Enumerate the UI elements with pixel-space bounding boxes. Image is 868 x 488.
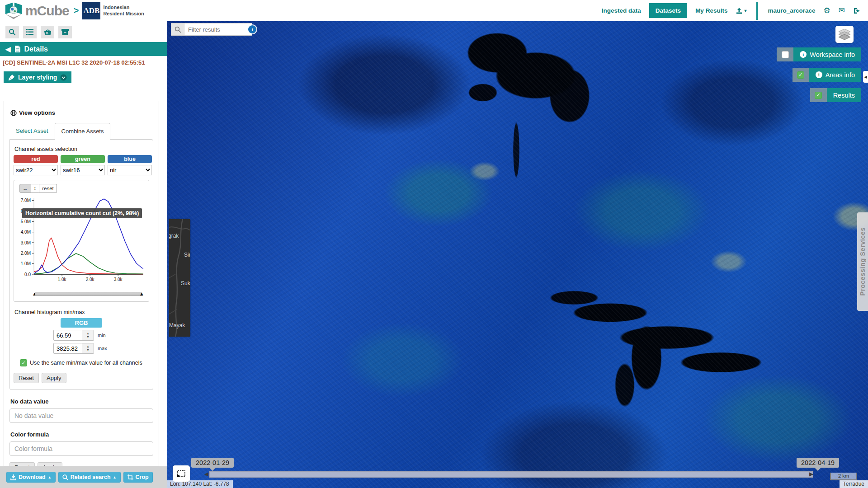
product-link[interactable]: [CD] SENTINEL-2A MSI L1C 32 2020-07-18 0… (0, 56, 167, 68)
tab-combine-assets[interactable]: Combine Assets (55, 123, 111, 140)
search-icon (175, 26, 181, 33)
left-sidebar: ◀ Details [CD] SENTINEL-2A MSI L1C 32 20… (0, 21, 167, 488)
svg-text:2.0M: 2.0M (21, 251, 31, 256)
min-label: min (98, 333, 109, 338)
username[interactable]: mauro_arcorace (768, 7, 815, 14)
archive-tool-button[interactable] (58, 26, 72, 38)
timeline-left-handle[interactable]: ◀ (204, 471, 208, 477)
histogram-reset-button[interactable]: reset (39, 184, 57, 193)
timeline-end-date[interactable]: 2022-04-19 (797, 458, 839, 468)
max-row: ▲▼ max (14, 343, 149, 354)
tab-select-asset[interactable]: Select Asset (9, 123, 55, 140)
minmax-apply-button[interactable]: Apply (42, 373, 66, 383)
adb-logo: ADB (82, 2, 100, 19)
min-row: ▲▼ min (14, 330, 149, 341)
extent-tool-button[interactable] (173, 465, 190, 482)
histogram-tooltip: Horizontal cumulative count cut (2%, 98%… (22, 208, 142, 218)
chevron-down-circle-icon[interactable] (60, 74, 67, 81)
blue-channel-select[interactable]: nir (108, 165, 152, 175)
layers-icon (839, 29, 850, 40)
horizontal-zoom-button[interactable]: ↔ (19, 184, 31, 193)
header-divider (756, 2, 758, 20)
upload-menu-button[interactable]: ▾ (736, 7, 746, 14)
color-formula-input[interactable] (9, 441, 153, 456)
no-data-label: No data value (10, 398, 153, 405)
crop-button[interactable]: Crop (123, 472, 153, 483)
info-icon[interactable]: i (248, 25, 256, 33)
settings-gear-icon[interactable]: ⚙ (824, 7, 830, 14)
related-search-caret: ▲ (113, 475, 117, 479)
minmax-reset-button[interactable]: Reset (14, 373, 39, 383)
blue-channel-button[interactable]: blue (108, 155, 152, 163)
areas-info-checkbox[interactable]: ✓ (797, 71, 804, 79)
filter-results-input[interactable] (184, 23, 252, 36)
layers-control-button[interactable] (835, 26, 854, 43)
svg-text:3.0k: 3.0k (114, 277, 123, 282)
vertical-zoom-button[interactable]: ↕ (31, 184, 40, 193)
search-icon (9, 28, 16, 36)
basemap-label: Suka (181, 280, 190, 286)
download-button[interactable]: Download ▲ (6, 472, 56, 483)
min-input[interactable] (54, 330, 82, 340)
list-tool-button[interactable] (23, 26, 37, 38)
areas-info-toggle: ✓ i Areas info (793, 68, 861, 82)
results-checkbox-wrap: ✓ (810, 88, 827, 102)
map-view[interactable]: i ✓ i Workspace info ◀ ✓ i Areas info (167, 21, 868, 488)
sign-out-icon[interactable] (853, 7, 861, 14)
timeline-right-handle[interactable]: ▶ (809, 471, 813, 477)
workspace-info-checkbox[interactable]: ✓ (782, 51, 789, 58)
color-formula-label: Color formula (10, 431, 153, 438)
svg-text:1.0M: 1.0M (21, 261, 31, 266)
max-input[interactable] (54, 343, 82, 353)
details-header: ◀ Details (0, 42, 167, 56)
results-button[interactable]: Results (827, 88, 861, 102)
basemap-label: Mayak (169, 322, 185, 328)
timeline-start-date[interactable]: 2022-01-29 (191, 458, 234, 468)
back-arrow-icon[interactable]: ◀ (5, 45, 11, 53)
details-title: Details (24, 45, 48, 53)
channel-assets-title: Channel assets selection (14, 146, 149, 152)
rgb-button[interactable]: RGB (61, 318, 102, 328)
green-channel-select[interactable]: swir16 (61, 165, 105, 175)
basemap-sliver: grak Sir Suka Mayak (169, 219, 190, 337)
same-minmax-checkbox[interactable]: ✓ (20, 359, 27, 366)
processing-services-tab[interactable]: Processing Services (857, 212, 868, 311)
red-channel-select[interactable]: swir22 (14, 165, 58, 175)
svg-text:5.0M: 5.0M (21, 219, 31, 224)
filter-search-button[interactable] (171, 23, 184, 36)
app-title: mCube (25, 3, 69, 19)
basket-tool-button[interactable] (41, 26, 54, 38)
red-channel-button[interactable]: red (14, 155, 58, 163)
histogram-range-slider[interactable]: ▲ ▲ (32, 291, 144, 298)
mail-icon[interactable]: ✉ (839, 7, 845, 14)
areas-info-checkbox-wrap: ✓ (793, 68, 809, 82)
top-header: mCube > ADB Indonesian Resident Mission … (0, 0, 868, 21)
crop-icon (127, 474, 133, 480)
max-label: max (98, 346, 109, 351)
search-tool-button[interactable] (5, 26, 19, 38)
nav-my-results[interactable]: My Results (695, 7, 727, 14)
nav-datasets[interactable]: Datasets (649, 3, 687, 18)
panel-collapse-handle[interactable]: ◀ (863, 71, 868, 83)
slider-track[interactable] (35, 292, 142, 296)
workspace-info-button[interactable]: i Workspace info (793, 47, 861, 61)
map-attribution[interactable]: Terradue (840, 480, 868, 488)
results-checkbox[interactable]: ✓ (815, 92, 822, 99)
nav-ingested-data[interactable]: Ingested data (602, 7, 641, 14)
upload-icon (736, 7, 743, 14)
areas-info-button[interactable]: i Areas info (809, 68, 861, 82)
slider-right-handle[interactable]: ▲ (139, 291, 144, 296)
layer-styling-header[interactable]: Layer styling (4, 71, 71, 83)
app-root: mCube > ADB Indonesian Resident Mission … (0, 0, 868, 488)
max-spinner[interactable]: ▲▼ (82, 343, 94, 353)
green-channel-button[interactable]: green (61, 155, 105, 163)
formula-reset-button[interactable]: Reset (9, 462, 35, 466)
related-search-button[interactable]: Related search ▲ (58, 472, 121, 483)
min-spinner[interactable]: ▲▼ (82, 330, 94, 340)
mcube-logo[interactable]: mCube > ADB Indonesian Resident Mission (0, 2, 144, 20)
formula-apply-button[interactable]: Apply (38, 462, 62, 466)
timeline-slider[interactable] (209, 471, 813, 478)
list-icon (26, 29, 33, 35)
no-data-input[interactable] (9, 408, 153, 423)
globe-icon (10, 110, 17, 116)
